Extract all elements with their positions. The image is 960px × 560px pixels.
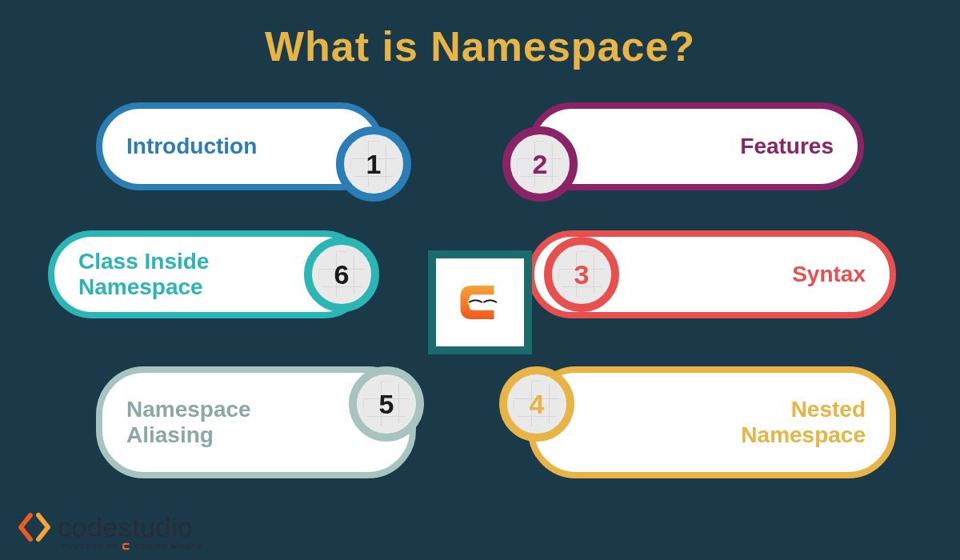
coding-ninjas-icon: [121, 541, 132, 552]
pill-nested-namespace: NestedNamespace: [528, 366, 896, 478]
label-nested-namespace: NestedNamespace: [693, 397, 866, 448]
num-circle-3: 3: [544, 237, 619, 312]
num-circle-6: 6: [304, 237, 379, 312]
num-4: 4: [530, 389, 545, 420]
num-circle-4: 4: [499, 366, 574, 442]
label-features: Features: [692, 134, 834, 159]
label-introduction: Introduction: [126, 134, 305, 159]
partner-logo: CODING NINJAS: [121, 541, 202, 552]
num-1: 1: [366, 149, 382, 180]
label-class-inside-namespace: Class InsideNamespace: [78, 249, 257, 300]
ninja-c-icon: [452, 274, 508, 330]
label-namespace-aliasing: NamespaceAliasing: [126, 397, 299, 448]
brand-text-1: code: [58, 512, 118, 542]
powered-by: POWERED BY CODING NINJAS: [61, 541, 202, 552]
partner-name: CODING NINJAS: [134, 542, 202, 550]
num-2: 2: [533, 149, 548, 180]
num-5: 5: [379, 389, 394, 420]
footer-branding: codestudio POWERED BY CODING NINJAS: [16, 509, 202, 552]
pill-features: Features: [528, 102, 864, 190]
codestudio-icon: [16, 509, 53, 546]
num-circle-1: 1: [336, 126, 411, 202]
num-3: 3: [574, 259, 590, 290]
num-circle-2: 2: [502, 126, 578, 202]
num-circle-5: 5: [349, 366, 424, 442]
namespace-diagram: Introduction 1 Features 2 Syntax 3 Neste…: [0, 78, 960, 526]
num-6: 6: [334, 259, 350, 290]
page-title: What is Namespace?: [0, 0, 960, 70]
center-logo: [428, 250, 532, 354]
label-syntax: Syntax: [744, 262, 866, 287]
powered-by-label: POWERED BY: [61, 542, 118, 550]
brand-text-2: studio: [118, 512, 194, 542]
